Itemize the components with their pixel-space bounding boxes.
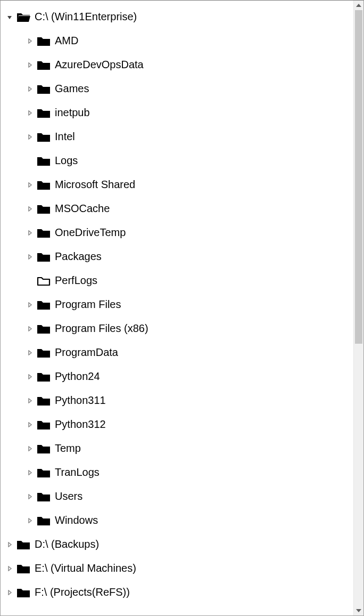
tree-item-label: Windows — [54, 514, 98, 526]
folder-icon — [37, 515, 51, 526]
tree-item-label: Program Files — [54, 298, 121, 311]
scroll-track[interactable] — [354, 10, 363, 606]
tree-item-label: Python312 — [54, 418, 106, 431]
tree-item-label: Intel — [54, 131, 75, 143]
expand-toggle-icon[interactable] — [26, 349, 34, 356]
folder-icon — [37, 179, 51, 191]
vertical-scrollbar[interactable] — [353, 1, 363, 615]
tree-item-python311[interactable]: Python311 — [25, 388, 353, 412]
tree-item-label: Users — [54, 490, 82, 502]
tree-item-label: Logs — [54, 155, 78, 167]
folder-icon — [37, 419, 51, 431]
tree-item-label: F:\ (Projects(ReFS)) — [34, 586, 130, 598]
tree-item-windows[interactable]: Windows — [25, 508, 353, 532]
folder-icon — [37, 59, 51, 71]
tree-item-programdata[interactable]: ProgramData — [25, 341, 353, 364]
expand-toggle-icon[interactable] — [26, 229, 34, 237]
scroll-thumb[interactable] — [355, 10, 362, 344]
tree-item-label: Games — [54, 83, 89, 95]
expand-toggle-icon[interactable] — [26, 373, 34, 380]
tree-item-d-drive[interactable]: D:\ (Backups) — [5, 532, 353, 556]
tree-item-amd[interactable]: AMD — [25, 29, 353, 53]
tree-item-games[interactable]: Games — [25, 77, 353, 101]
expand-toggle-icon[interactable] — [6, 541, 13, 548]
tree-pane: C:\ (Win11Enterprise) AMD — [1, 1, 353, 615]
folder-tree-panel: C:\ (Win11Enterprise) AMD — [0, 0, 364, 616]
expand-toggle-icon[interactable] — [26, 253, 34, 261]
tree-item-e-drive[interactable]: E:\ (Virtual Machines) — [5, 556, 353, 580]
tree-item-temp[interactable]: Temp — [25, 436, 353, 460]
folder-icon — [16, 563, 30, 574]
tree-item-inetpub[interactable]: inetpub — [25, 101, 353, 125]
folder-icon — [37, 155, 51, 167]
expand-toggle-icon[interactable] — [26, 469, 34, 476]
folder-icon — [37, 347, 51, 359]
folder-icon — [37, 227, 51, 239]
folder-icon — [37, 83, 51, 95]
expand-toggle-icon[interactable] — [6, 13, 13, 21]
tree-item-intel[interactable]: Intel — [25, 125, 353, 149]
tree-item-label: D:\ (Backups) — [34, 538, 99, 550]
tree-item-c-drive[interactable]: C:\ (Win11Enterprise) AMD — [5, 5, 353, 532]
tree-root: C:\ (Win11Enterprise) AMD — [5, 5, 353, 604]
folder-icon — [37, 251, 51, 263]
tree-item-packages[interactable]: Packages — [25, 245, 353, 269]
folder-icon — [37, 323, 51, 335]
tree-item-msocache[interactable]: MSOCache — [25, 197, 353, 221]
tree-item-program-files-x86[interactable]: Program Files (x86) — [25, 317, 353, 341]
tree-item-logs[interactable]: Logs — [25, 149, 353, 173]
scroll-down-icon[interactable] — [354, 606, 363, 615]
tree-item-tranlogs[interactable]: TranLogs — [25, 460, 353, 484]
tree-item-python24[interactable]: Python24 — [25, 364, 353, 388]
tree-item-label: ProgramData — [54, 346, 118, 359]
tree-item-label: inetpub — [54, 107, 90, 119]
expand-toggle-icon[interactable] — [26, 301, 34, 309]
expand-toggle-icon[interactable] — [6, 589, 13, 596]
expand-toggle-icon[interactable] — [26, 205, 34, 213]
tree-item-perflogs[interactable]: PerfLogs — [25, 269, 353, 293]
tree-item-python312[interactable]: Python312 — [25, 412, 353, 436]
scroll-up-icon[interactable] — [354, 1, 363, 10]
tree-item-label: Packages — [54, 250, 102, 263]
tree-item-azuredevopsdata[interactable]: AzureDevOpsData — [25, 53, 353, 77]
tree-item-label: Temp — [54, 442, 81, 455]
tree-item-onedrivetemp[interactable]: OneDriveTemp — [25, 221, 353, 245]
folder-icon — [37, 203, 51, 215]
folder-icon — [37, 395, 51, 407]
tree-item-label: AzureDevOpsData — [54, 59, 144, 71]
tree-item-label: E:\ (Virtual Machines) — [34, 562, 136, 574]
folder-icon — [37, 35, 51, 47]
expand-toggle-icon[interactable] — [6, 565, 13, 572]
expand-toggle-icon[interactable] — [26, 133, 34, 141]
folder-open-icon — [16, 11, 30, 23]
tree-item-f-drive[interactable]: F:\ (Projects(ReFS)) — [5, 580, 353, 604]
expand-toggle-icon[interactable] — [26, 37, 34, 45]
expand-toggle-icon[interactable] — [26, 397, 34, 404]
expand-toggle-icon[interactable] — [26, 445, 34, 452]
expand-toggle-icon[interactable] — [26, 109, 34, 117]
tree-item-label: TranLogs — [54, 466, 100, 479]
expand-toggle-icon[interactable] — [26, 493, 34, 500]
expand-toggle-icon[interactable] — [26, 325, 34, 333]
tree-item-label: OneDriveTemp — [54, 226, 126, 239]
tree-item-program-files[interactable]: Program Files — [25, 293, 353, 317]
expand-toggle-icon[interactable] — [26, 85, 34, 93]
tree-item-users[interactable]: Users — [25, 484, 353, 508]
expand-toggle-icon[interactable] — [26, 421, 34, 428]
tree-item-label: C:\ (Win11Enterprise) — [34, 11, 137, 23]
tree-item-label: Program Files (x86) — [54, 322, 148, 335]
folder-icon — [37, 299, 51, 311]
folder-icon — [37, 131, 51, 143]
tree-item-label: Python311 — [54, 394, 106, 407]
tree-item-label: Python24 — [54, 370, 100, 383]
tree-item-label: PerfLogs — [54, 274, 97, 287]
tree-item-label: AMD — [54, 35, 78, 47]
expand-toggle-icon[interactable] — [26, 61, 34, 69]
folder-icon — [16, 539, 30, 550]
tree-item-microsoft-shared[interactable]: Microsoft Shared — [25, 173, 353, 197]
tree-item-label: MSOCache — [54, 202, 110, 215]
expand-toggle-icon[interactable] — [26, 517, 34, 524]
expand-toggle-icon[interactable] — [26, 181, 34, 189]
folder-icon — [37, 467, 51, 479]
folder-outline-icon — [37, 275, 51, 287]
